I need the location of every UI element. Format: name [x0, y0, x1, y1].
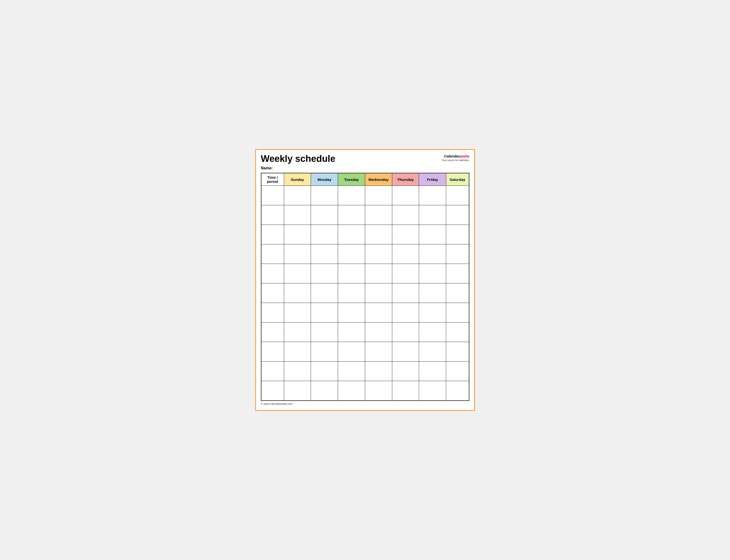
day-cell[interactable]	[392, 205, 419, 225]
day-cell[interactable]	[419, 205, 446, 225]
day-cell[interactable]	[311, 186, 338, 205]
day-cell[interactable]	[446, 322, 469, 342]
table-row[interactable]	[261, 225, 469, 244]
day-cell[interactable]	[392, 225, 419, 244]
table-row[interactable]	[261, 322, 469, 342]
day-cell[interactable]	[446, 381, 469, 401]
day-cell[interactable]	[338, 205, 365, 225]
time-cell[interactable]	[261, 362, 284, 381]
day-cell[interactable]	[446, 303, 469, 322]
day-cell[interactable]	[338, 186, 365, 205]
time-cell[interactable]	[261, 283, 284, 303]
time-cell[interactable]	[261, 322, 284, 342]
day-cell[interactable]	[365, 322, 392, 342]
day-cell[interactable]	[365, 244, 392, 264]
table-row[interactable]	[261, 264, 469, 283]
day-cell[interactable]	[365, 362, 392, 381]
day-cell[interactable]	[311, 244, 338, 264]
day-cell[interactable]	[284, 244, 311, 264]
day-cell[interactable]	[419, 303, 446, 322]
day-cell[interactable]	[419, 186, 446, 205]
day-cell[interactable]	[311, 362, 338, 381]
day-cell[interactable]	[338, 342, 365, 362]
table-row[interactable]	[261, 362, 469, 381]
day-cell[interactable]	[338, 362, 365, 381]
table-row[interactable]	[261, 205, 469, 225]
day-cell[interactable]	[284, 322, 311, 342]
day-cell[interactable]	[311, 205, 338, 225]
day-cell[interactable]	[446, 205, 469, 225]
table-row[interactable]	[261, 186, 469, 205]
day-cell[interactable]	[392, 342, 419, 362]
day-cell[interactable]	[365, 205, 392, 225]
day-cell[interactable]	[365, 303, 392, 322]
time-cell[interactable]	[261, 205, 284, 225]
day-cell[interactable]	[446, 283, 469, 303]
day-cell[interactable]	[392, 244, 419, 264]
day-cell[interactable]	[338, 322, 365, 342]
day-cell[interactable]	[392, 283, 419, 303]
day-cell[interactable]	[365, 186, 392, 205]
day-cell[interactable]	[338, 303, 365, 322]
day-cell[interactable]	[419, 362, 446, 381]
day-cell[interactable]	[446, 342, 469, 362]
time-cell[interactable]	[261, 381, 284, 401]
table-row[interactable]	[261, 342, 469, 362]
day-cell[interactable]	[311, 225, 338, 244]
day-cell[interactable]	[311, 342, 338, 362]
day-cell[interactable]	[284, 303, 311, 322]
day-cell[interactable]	[311, 264, 338, 283]
day-cell[interactable]	[446, 362, 469, 381]
day-cell[interactable]	[392, 362, 419, 381]
table-row[interactable]	[261, 381, 469, 401]
day-cell[interactable]	[311, 283, 338, 303]
day-cell[interactable]	[284, 362, 311, 381]
day-cell[interactable]	[419, 264, 446, 283]
day-cell[interactable]	[392, 264, 419, 283]
day-cell[interactable]	[365, 264, 392, 283]
day-cell[interactable]	[311, 303, 338, 322]
day-cell[interactable]	[284, 205, 311, 225]
time-cell[interactable]	[261, 342, 284, 362]
day-cell[interactable]	[446, 244, 469, 264]
day-cell[interactable]	[419, 283, 446, 303]
day-cell[interactable]	[365, 342, 392, 362]
time-cell[interactable]	[261, 303, 284, 322]
day-cell[interactable]	[365, 283, 392, 303]
day-cell[interactable]	[365, 225, 392, 244]
col-header-monday: Monday	[311, 173, 338, 186]
time-cell[interactable]	[261, 225, 284, 244]
day-cell[interactable]	[419, 225, 446, 244]
day-cell[interactable]	[311, 381, 338, 401]
day-cell[interactable]	[338, 381, 365, 401]
day-cell[interactable]	[419, 322, 446, 342]
day-cell[interactable]	[338, 264, 365, 283]
day-cell[interactable]	[392, 322, 419, 342]
day-cell[interactable]	[446, 225, 469, 244]
day-cell[interactable]	[284, 283, 311, 303]
time-cell[interactable]	[261, 244, 284, 264]
time-cell[interactable]	[261, 186, 284, 205]
day-cell[interactable]	[338, 283, 365, 303]
day-cell[interactable]	[284, 186, 311, 205]
time-cell[interactable]	[261, 264, 284, 283]
day-cell[interactable]	[338, 225, 365, 244]
day-cell[interactable]	[392, 303, 419, 322]
day-cell[interactable]	[311, 322, 338, 342]
day-cell[interactable]	[392, 186, 419, 205]
day-cell[interactable]	[284, 264, 311, 283]
day-cell[interactable]	[365, 381, 392, 401]
day-cell[interactable]	[419, 244, 446, 264]
day-cell[interactable]	[446, 264, 469, 283]
day-cell[interactable]	[284, 342, 311, 362]
day-cell[interactable]	[392, 381, 419, 401]
day-cell[interactable]	[419, 342, 446, 362]
table-row[interactable]	[261, 283, 469, 303]
day-cell[interactable]	[284, 381, 311, 401]
day-cell[interactable]	[446, 186, 469, 205]
day-cell[interactable]	[419, 381, 446, 401]
table-row[interactable]	[261, 244, 469, 264]
day-cell[interactable]	[284, 225, 311, 244]
table-row[interactable]	[261, 303, 469, 322]
day-cell[interactable]	[338, 244, 365, 264]
